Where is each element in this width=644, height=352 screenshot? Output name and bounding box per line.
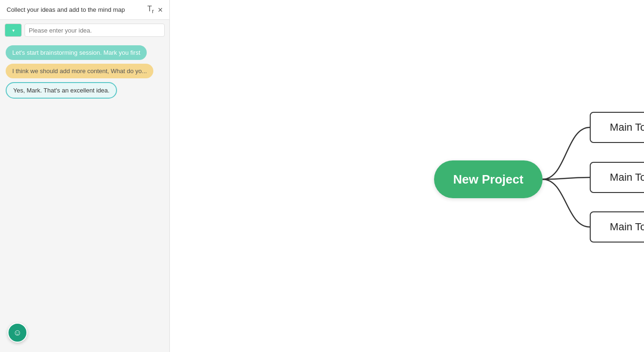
idea-bubble-0[interactable]: Let's start brainstorming session. Mark … xyxy=(6,45,147,60)
close-icon[interactable]: × xyxy=(158,6,163,14)
ai-avatar-button[interactable]: ☺ xyxy=(8,323,27,343)
topic-node-0[interactable]: Main Topic xyxy=(590,112,644,143)
topic-node-1[interactable]: Main Topic xyxy=(590,162,644,193)
color-selector-button[interactable]: ▾ xyxy=(5,24,22,37)
ai-avatar-icon: ☺ xyxy=(13,328,22,338)
topic-node-1-label: Main Topic xyxy=(610,171,644,184)
mind-map-svg xyxy=(170,0,644,352)
topic-node-0-label: Main Topic xyxy=(610,121,644,134)
ideas-list: Let's start brainstorming session. Mark … xyxy=(0,41,169,103)
panel-header: Collect your ideas and add to the mind m… xyxy=(0,0,169,20)
left-panel: Collect your ideas and add to the mind m… xyxy=(0,0,170,352)
idea-input[interactable] xyxy=(25,24,165,37)
topic-node-2-label: Main Topic xyxy=(610,221,644,233)
idea-bubble-2[interactable]: Yes, Mark. That's an excellent idea. xyxy=(6,82,117,99)
topic-node-2[interactable]: Main Topic xyxy=(590,211,644,243)
panel-title: Collect your ideas and add to the mind m… xyxy=(7,6,125,13)
central-node[interactable]: New Project xyxy=(434,160,543,198)
idea-bubble-1[interactable]: I think we should add more content, What… xyxy=(6,64,153,78)
dropdown-arrow-icon: ▾ xyxy=(12,28,15,33)
text-format-icon[interactable]: Tr xyxy=(147,5,154,15)
mind-map-area: New Project Main Topic Main Topic Main T… xyxy=(170,0,644,352)
header-icons: Tr × xyxy=(147,5,163,15)
input-row: ▾ xyxy=(0,20,169,41)
central-node-label: New Project xyxy=(453,172,524,187)
